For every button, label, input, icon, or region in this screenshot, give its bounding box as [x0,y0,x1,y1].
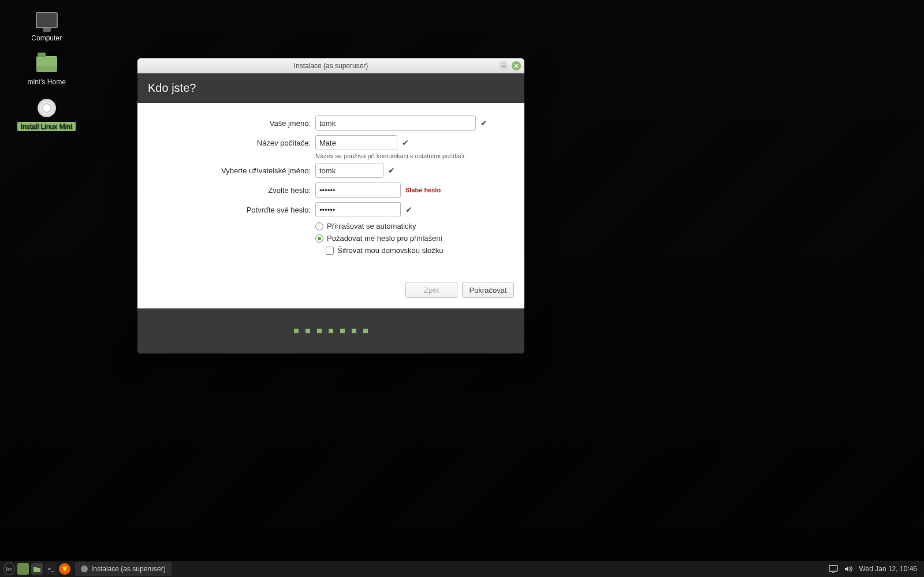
check-icon: ✔ [402,138,409,147]
desktop-icon-computer[interactable]: Computer [31,9,62,42]
window-title: Instalace (as superuser) [294,62,368,70]
display-icon [829,565,838,573]
window-titlebar[interactable]: Instalace (as superuser) – [137,58,524,73]
checkbox-label: Šifrovat mou domovskou složku [337,246,444,255]
svg-rect-2 [832,572,834,573]
label-name: Vaše jméno: [149,119,315,128]
speaker-icon [844,565,853,573]
desktop-icon-label: Computer [31,34,62,42]
menu-button[interactable]: lm [3,563,15,575]
desktop-icon-label: Install Linux Mint [17,122,76,131]
form-area: Vaše jméno: ✔ Název počítače: ✔ Název se… [137,103,524,282]
taskbar-item-installer[interactable]: Instalace (as superuser) [75,562,172,576]
radio-label: Přihlašovat se automaticky [327,222,416,230]
confirm-password-input[interactable] [315,202,401,217]
firefox-icon [61,565,69,573]
taskbar-item-label: Instalace (as superuser) [91,565,166,573]
radio-auto-login[interactable]: Přihlašovat se automaticky [315,222,513,230]
monitor-icon [33,9,61,32]
desktop-icon-install[interactable]: Install Linux Mint [17,96,76,131]
hostname-hint: Název se používá při komunikaci s ostatn… [315,152,513,159]
app-icon [81,565,88,572]
label-password: Zvolte heslo: [149,186,315,195]
close-icon [513,63,519,69]
name-input[interactable] [315,116,476,131]
label-username: Vyberte uživatelské jméno: [149,166,315,175]
svg-rect-1 [829,565,837,571]
button-row: Zpět Pokračovat [137,282,524,308]
label-hostname: Název počítače: [149,139,315,147]
hostname-input[interactable] [315,135,397,150]
radio-icon [315,234,323,243]
check-icon: ✔ [405,205,412,214]
progress-dot [305,329,310,333]
desktop-icon-label: mint's Home [28,78,66,86]
continue-button[interactable]: Pokračovat [462,282,514,298]
check-icon: ✔ [388,166,395,175]
file-manager-launcher[interactable] [31,563,43,575]
volume-tray-icon[interactable] [844,564,853,574]
radio-icon [315,222,323,230]
desktop-icons: Computer mint's Home Install Linux Mint [17,9,76,131]
check-icon: ✔ [480,118,487,128]
firefox-launcher[interactable] [59,563,70,575]
password-strength: Slabé heslo [405,187,441,193]
progress-dots [137,308,524,353]
checkbox-encrypt-home[interactable]: Šifrovat mou domovskou složku [326,246,513,255]
folder-icon [33,565,41,572]
progress-dot [317,329,322,333]
close-button[interactable] [512,61,521,70]
password-input[interactable] [315,183,401,198]
desktop-icon-home[interactable]: mint's Home [28,53,66,86]
clock[interactable]: Wed Jan 12, 10:46 [859,565,917,573]
disc-icon [33,96,61,120]
radio-require-password[interactable]: Požadovat mé heslo pro přihlášení [315,234,513,243]
page-heading: Kdo jste? [137,73,524,103]
username-input[interactable] [315,163,383,178]
radio-label: Požadovat mé heslo pro přihlášení [327,234,442,243]
progress-dot [340,329,345,333]
checkbox-icon [326,247,334,255]
minimize-button[interactable]: – [499,61,508,70]
installer-window: Instalace (as superuser) – Kdo jste? Vaš… [137,58,524,353]
terminal-launcher[interactable]: >_ [45,563,57,575]
progress-dot [363,329,368,333]
progress-dot [352,329,356,333]
taskbar: lm >_ Instalace (as superuser) Wed Jan 1… [0,561,924,577]
progress-dot [294,329,299,333]
label-confirm: Potvrďte své heslo: [149,206,315,214]
network-tray-icon[interactable] [829,564,838,574]
back-button[interactable]: Zpět [405,282,457,298]
folder-icon [33,53,61,76]
show-desktop-button[interactable] [17,563,29,575]
progress-dot [329,329,333,333]
